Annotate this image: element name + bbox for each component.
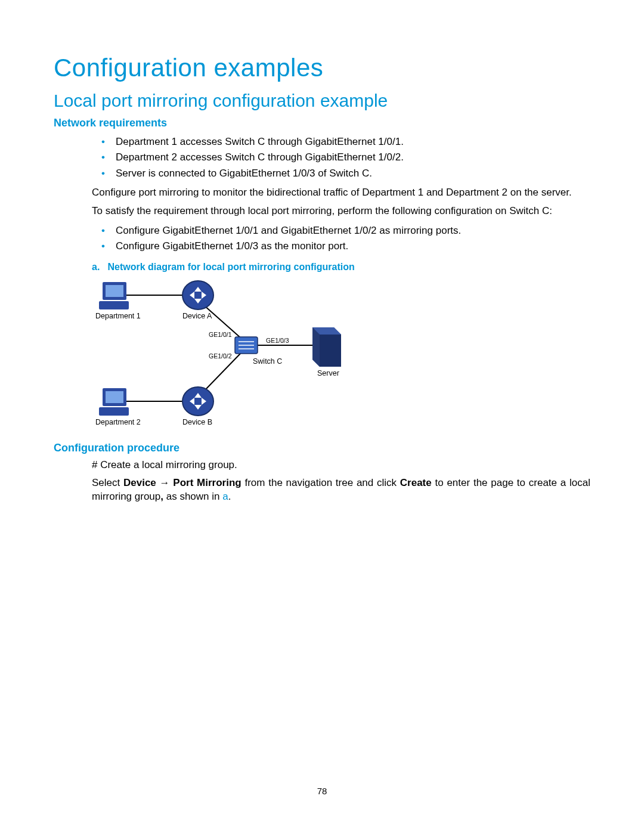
- text: .: [228, 491, 231, 502]
- svg-rect-9: [106, 391, 123, 403]
- svg-rect-6: [106, 285, 123, 297]
- arrow-icon: →: [156, 477, 174, 488]
- text: from the navigation tree and click: [242, 477, 400, 488]
- requirements-list-1: Department 1 accesses Switch C through G…: [92, 134, 590, 181]
- switch-icon: [235, 337, 258, 354]
- diagram-port-label: GE1/0/2: [209, 352, 232, 360]
- diagram-label: Device B: [182, 418, 212, 426]
- network-diagram: Department 1 Department 2 Device A Devic…: [92, 278, 378, 431]
- list-item: Server is connected to GigabitEthernet 1…: [92, 166, 590, 181]
- page-number: 78: [0, 786, 644, 796]
- figure-caption-label: a.: [92, 262, 105, 272]
- diagram-label: Switch C: [253, 357, 282, 366]
- list-item: Configure GigabitEthernet 1/0/1 and Giga…: [92, 223, 590, 239]
- nav-port-mirroring: Port Mirroring: [173, 477, 241, 488]
- action-create: Create: [400, 477, 432, 488]
- pc-icon: [99, 388, 129, 416]
- svg-rect-7: [99, 301, 129, 309]
- page-title: Configuration examples: [54, 54, 590, 82]
- svg-rect-10: [99, 407, 129, 416]
- figure-ref-a[interactable]: a: [222, 491, 228, 502]
- list-item: Department 1 accesses Switch C through G…: [92, 134, 590, 150]
- procedure-paragraph: Select Device → Port Mirroring from the …: [92, 476, 590, 504]
- heading-network-requirements: Network requirements: [54, 117, 590, 129]
- diagram-label: Server: [317, 369, 339, 377]
- nav-device: Device: [123, 477, 156, 488]
- figure-caption: a. Network diagram for local port mirror…: [92, 262, 590, 272]
- text: as shown in: [163, 491, 222, 502]
- list-item: Configure GigabitEthernet 1/0/3 as the m…: [92, 239, 590, 254]
- diagram-port-label: GE1/0/3: [266, 337, 289, 344]
- requirements-list-2: Configure GigabitEthernet 1/0/1 and Giga…: [92, 223, 590, 255]
- section-subtitle: Local port mirroring configuration examp…: [54, 91, 590, 111]
- text: Select: [92, 477, 123, 488]
- router-icon: [182, 387, 213, 416]
- page: Configuration examples Local port mirror…: [0, 0, 644, 833]
- diagram-label: Department 1: [95, 312, 141, 320]
- figure-caption-text: Network diagram for local port mirroring…: [107, 262, 354, 272]
- heading-configuration-procedure: Configuration procedure: [54, 442, 590, 454]
- paragraph: Configure port mirroring to monitor the …: [92, 186, 590, 200]
- diagram-label: Device A: [182, 312, 212, 320]
- paragraph: To satisfy the requirement through local…: [92, 205, 590, 218]
- diagram-svg: [92, 278, 378, 431]
- list-item: Department 2 accesses Switch C through G…: [92, 150, 590, 165]
- router-icon: [182, 281, 213, 309]
- procedure-step: # Create a local mirroring group.: [92, 459, 590, 471]
- diagram-label: Department 2: [95, 418, 141, 426]
- diagram-port-label: GE1/0/1: [209, 331, 232, 338]
- pc-icon: [99, 282, 129, 309]
- server-icon: [312, 327, 341, 367]
